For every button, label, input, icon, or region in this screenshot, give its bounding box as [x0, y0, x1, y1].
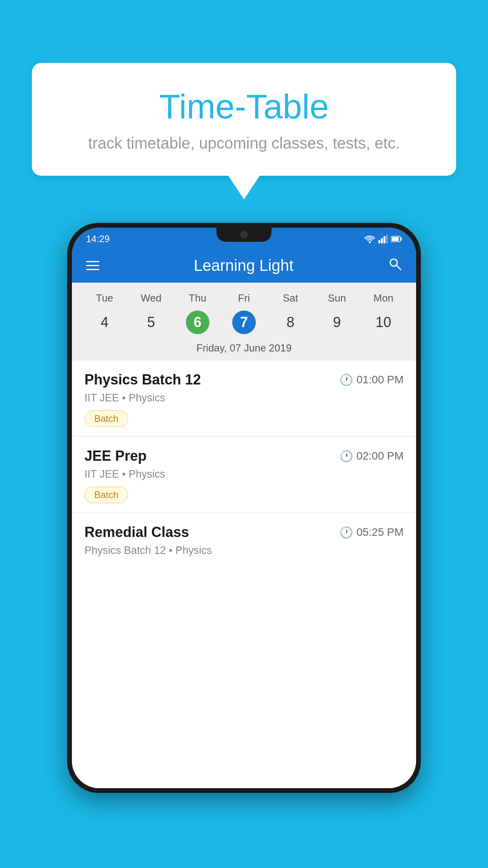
svg-rect-6 [401, 237, 402, 241]
status-time: 14:29 [86, 234, 110, 245]
svg-rect-2 [381, 238, 383, 243]
calendar-date-4[interactable]: 4 [93, 311, 116, 334]
schedule-item-2-time-text: 02:00 PM [356, 450, 404, 462]
app-bar-title: Learning Light [194, 257, 294, 274]
app-bar: Learning Light [72, 248, 416, 283]
signal-icon [378, 235, 388, 243]
speech-bubble: Time-Table track timetable, upcoming cla… [32, 63, 456, 176]
phone-notch [216, 228, 272, 242]
svg-rect-7 [392, 237, 399, 241]
phone-screen: 14:29 [72, 228, 416, 788]
calendar-date-8[interactable]: 8 [279, 311, 302, 334]
svg-line-9 [396, 265, 401, 270]
schedule-item-3-subtitle: Physics Batch 12 • Physics [84, 544, 404, 557]
schedule-item-3-time: 🕐 05:25 PM [339, 526, 404, 539]
schedule-item-1-header: Physics Batch 12 🕐 01:00 PM [84, 371, 404, 388]
day-label-wed: Wed [128, 292, 174, 304]
schedule-item-2-batch-tag: Batch [84, 487, 128, 503]
calendar-date-10[interactable]: 10 [372, 311, 395, 334]
day-label-tue: Tue [81, 292, 128, 304]
day-label-thu: Thu [174, 292, 221, 304]
svg-rect-1 [378, 240, 380, 243]
svg-rect-3 [383, 236, 385, 243]
phone-frame: 14:29 [67, 223, 421, 793]
clock-icon-3: 🕐 [339, 526, 353, 539]
search-button[interactable] [388, 257, 402, 274]
schedule-item-1-title: Physics Batch 12 [84, 371, 201, 388]
schedule-item-2-subtitle: IIT JEE • Physics [84, 468, 404, 480]
schedule-item-2-title: JEE Prep [84, 448, 147, 464]
schedule-item-3-time-text: 05:25 PM [356, 526, 404, 539]
day-label-fri: Fri [221, 292, 267, 304]
svg-point-0 [369, 241, 371, 243]
schedule-item-1[interactable]: Physics Batch 12 🕐 01:00 PM IIT JEE • Ph… [72, 360, 416, 437]
schedule-item-3-title: Remedial Class [84, 524, 189, 541]
calendar-date-9[interactable]: 9 [325, 311, 349, 334]
schedule-item-2[interactable]: JEE Prep 🕐 02:00 PM IIT JEE • Physics Ba… [72, 437, 416, 513]
calendar-date-5[interactable]: 5 [139, 311, 163, 334]
schedule-item-1-time: 🕐 01:00 PM [339, 373, 404, 386]
schedule-list: Physics Batch 12 🕐 01:00 PM IIT JEE • Ph… [72, 360, 416, 788]
hamburger-menu-button[interactable] [86, 261, 99, 270]
speech-bubble-container: Time-Table track timetable, upcoming cla… [32, 63, 456, 199]
schedule-item-1-time-text: 01:00 PM [356, 373, 404, 386]
clock-icon-1: 🕐 [339, 373, 353, 386]
hamburger-line-1 [86, 261, 99, 262]
schedule-item-3[interactable]: Remedial Class 🕐 05:25 PM Physics Batch … [72, 513, 416, 569]
hamburger-line-3 [86, 269, 99, 270]
schedule-item-3-header: Remedial Class 🕐 05:25 PM [84, 524, 404, 541]
clock-icon-2: 🕐 [339, 450, 353, 463]
battery-icon [391, 235, 402, 243]
speech-bubble-title: Time-Table [63, 86, 425, 127]
day-label-mon: Mon [360, 292, 407, 304]
calendar-date-6-today[interactable]: 6 [186, 311, 209, 334]
schedule-item-2-time: 🕐 02:00 PM [339, 450, 404, 463]
svg-rect-4 [386, 235, 388, 243]
phone-wrapper: 14:29 [67, 223, 421, 793]
hamburger-line-2 [86, 265, 99, 266]
day-label-sat: Sat [267, 292, 314, 304]
schedule-item-2-header: JEE Prep 🕐 02:00 PM [84, 448, 404, 464]
calendar-date-7-selected[interactable]: 7 [232, 311, 256, 334]
wifi-icon [364, 235, 375, 243]
status-bar-icons [364, 235, 402, 243]
calendar-section: Tue Wed Thu Fri Sat Sun Mon 4 5 6 7 8 9 … [72, 283, 416, 360]
calendar-days-header: Tue Wed Thu Fri Sat Sun Mon [81, 289, 407, 307]
phone-camera [240, 231, 248, 239]
selected-date-label: Friday, 07 June 2019 [81, 339, 407, 360]
schedule-item-1-subtitle: IIT JEE • Physics [84, 392, 404, 404]
schedule-item-1-batch-tag: Batch [84, 410, 128, 427]
speech-bubble-subtitle: track timetable, upcoming classes, tests… [63, 134, 425, 152]
calendar-dates: 4 5 6 7 8 9 10 [81, 307, 407, 339]
speech-bubble-arrow [228, 176, 260, 199]
day-label-sun: Sun [314, 292, 360, 304]
